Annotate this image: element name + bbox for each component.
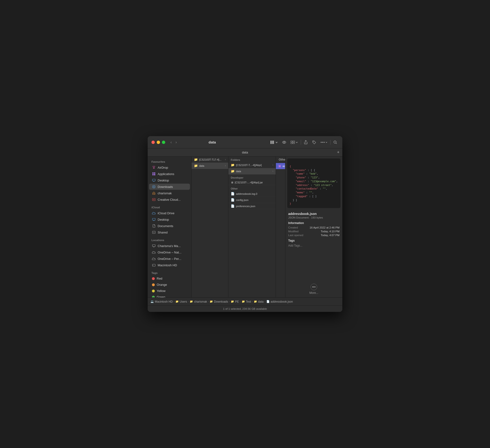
breadcrumb-test[interactable]: 📁 Test: [242, 300, 251, 303]
log-icon: 📄: [231, 192, 235, 196]
sidebar-item-red[interactable]: Red: [149, 276, 190, 281]
sidebar-item-onedrive-nat[interactable]: OneDrive – Nat...: [149, 249, 190, 255]
sidebar-item-orange[interactable]: Orange: [149, 282, 190, 288]
created-row: Created 16 April 2022 at 2:46 PM: [288, 226, 340, 229]
svg-point-22: [153, 265, 153, 266]
breadcrumb-macintosh-hd[interactable]: 💻 Macintosh HD: [150, 300, 173, 303]
svg-rect-6: [291, 143, 292, 144]
col2-item-preferences-label: preferences.json: [236, 205, 255, 208]
breadcrumb-pe[interactable]: 📁 PE: [231, 300, 239, 303]
breadcrumb-addressbook[interactable]: 📄 addressbook.json: [266, 300, 293, 303]
cc-icon: [152, 198, 156, 201]
sidebar-item-yellow[interactable]: Yellow: [149, 288, 190, 294]
breadcrumb-bar: 💻 Macintosh HD › 📁 Users › 📁 charismak ›…: [148, 298, 342, 306]
svg-rect-4: [291, 141, 292, 142]
breadcrumb-pe-label: PE: [235, 300, 239, 303]
red-label: Red: [157, 277, 162, 280]
sidebar-item-shared[interactable]: Shared: [149, 229, 190, 235]
path-bar: data +: [148, 148, 342, 157]
sidebar-item-macintosh-hd[interactable]: Macintosh HD: [149, 262, 190, 268]
view-toggle-button[interactable]: [269, 140, 279, 145]
sidebar-item-airdrop[interactable]: AirDrop: [149, 164, 190, 170]
desktop-icon: [152, 178, 156, 182]
sidebar-item-charismama[interactable]: Charisma's Ma...: [149, 243, 190, 249]
modified-value: Today, 4:10 PM: [321, 230, 340, 233]
config-icon: 📄: [231, 198, 235, 202]
breadcrumb-sep-3: ›: [208, 300, 209, 303]
more-button[interactable]: ••• More...: [285, 281, 342, 297]
breadcrumb-users[interactable]: 📁 Users: [175, 300, 187, 303]
toolbar-divider: [301, 140, 301, 145]
breadcrumb-test-label: Test: [246, 300, 251, 303]
status-text: 1 of 1 selected, 234.56 GB available: [223, 307, 267, 310]
chevron-icon: ›: [225, 164, 226, 167]
col3-item-addressbook[interactable]: ▣ addressbook.json: [276, 163, 285, 169]
col1-item-data[interactable]: 📁 data ›: [192, 163, 228, 169]
more-label: More...: [309, 291, 318, 295]
sidebar-item-green[interactable]: Green: [149, 294, 190, 297]
svg-rect-13: [152, 174, 154, 175]
col2-item-cs2103t-folder[interactable]: 📁 [CS2103T-T...-4][Abpi] ›: [228, 162, 276, 168]
toolbar-divider2: [330, 140, 331, 145]
icloud-drive-label: iCloud Drive: [158, 211, 175, 215]
sidebar-item-icloud-drive[interactable]: iCloud Drive: [149, 210, 190, 216]
col2-item-data-folder[interactable]: 📁 data ›: [228, 168, 276, 174]
col1-item-cs2103t-label: [CS2103T-T17-4]...: [199, 158, 221, 161]
more-icon: •••: [311, 284, 317, 290]
tag-button[interactable]: [311, 139, 318, 145]
col2-item-cs2103t-label: [CS2103T-T...-4][Abpi]: [236, 164, 262, 167]
documents-icon: [152, 224, 156, 228]
breadcrumb-sep-6: ›: [252, 300, 253, 303]
col2-item-preferences[interactable]: 📄 preferences.json: [228, 203, 276, 209]
sidebar-item-icloud-desktop[interactable]: Desktop: [149, 216, 190, 223]
tags-label: Tags: [288, 239, 340, 242]
preview-filename: addressbook.json: [288, 212, 340, 216]
home-icon: [152, 191, 156, 195]
add-tab-button[interactable]: +: [337, 150, 340, 155]
sidebar-item-applications[interactable]: Applications: [149, 171, 190, 177]
breadcrumb-data[interactable]: 📁 data: [254, 300, 263, 303]
sidebar: Favourites AirDrop: [148, 157, 192, 297]
main-content: Favourites AirDrop: [148, 157, 342, 297]
folder-breadcrumb-icon5: 📁: [242, 300, 245, 303]
eye-button[interactable]: [281, 140, 288, 145]
svg-rect-12: [154, 172, 155, 174]
shared-label: Shared: [158, 231, 168, 234]
share-button[interactable]: [302, 139, 309, 145]
hd-icon: [152, 263, 156, 267]
svg-rect-14: [154, 174, 155, 175]
other-section-label: Other: [228, 185, 276, 191]
col1-item-cs2103t[interactable]: 📁 [CS2103T-T17-4]... ›: [192, 157, 228, 163]
icloud-drive-icon: [152, 211, 156, 215]
svg-point-8: [313, 141, 314, 142]
close-button[interactable]: [151, 141, 155, 144]
col2-item-log[interactable]: 📄 addressbook.log.0: [228, 191, 276, 197]
last-opened-key: Last opened: [288, 234, 303, 237]
folder-breadcrumb-icon3: 📁: [210, 300, 213, 303]
sidebar-item-onedrive-per[interactable]: OneDrive – Per...: [149, 256, 190, 262]
sidebar-item-creative-cloud[interactable]: Creative Cloud...: [149, 197, 190, 203]
more-actions-button[interactable]: •••: [319, 139, 329, 145]
applications-icon: [152, 172, 156, 176]
developer-section-label: Developer: [228, 174, 276, 180]
sidebar-item-desktop[interactable]: Desktop: [149, 177, 190, 183]
downloads-label: Downloads: [158, 185, 173, 188]
sidebar-item-documents[interactable]: Documents: [149, 223, 190, 229]
breadcrumb-sep-4: ›: [229, 300, 230, 303]
chevron-icon: ›: [272, 164, 273, 166]
search-button[interactable]: [332, 139, 339, 145]
add-tags-input[interactable]: Add Tags...: [288, 243, 340, 248]
breadcrumb-downloads-label: Downloads: [214, 300, 228, 303]
sidebar-item-charismak[interactable]: charismak: [149, 190, 190, 196]
breadcrumb-charismak[interactable]: 📁 charismak: [190, 300, 207, 303]
folder-breadcrumb-icon2: 📁: [190, 300, 193, 303]
icloud-desktop-label: Desktop: [158, 218, 169, 221]
col2-item-jar[interactable]: 🖥 [CS2103T-...-4][Abpi].jar: [228, 180, 276, 185]
col2-item-log-label: addressbook.log.0: [236, 192, 257, 195]
arrange-button[interactable]: [289, 140, 299, 145]
tags-section: Tags Add Tags...: [288, 239, 340, 248]
breadcrumb-downloads[interactable]: 📁 Downloads: [210, 300, 228, 303]
sidebar-item-downloads[interactable]: Downloads: [149, 184, 190, 190]
breadcrumb-sep-5: ›: [240, 300, 240, 303]
col2-item-config[interactable]: 📄 config.json: [228, 197, 276, 203]
